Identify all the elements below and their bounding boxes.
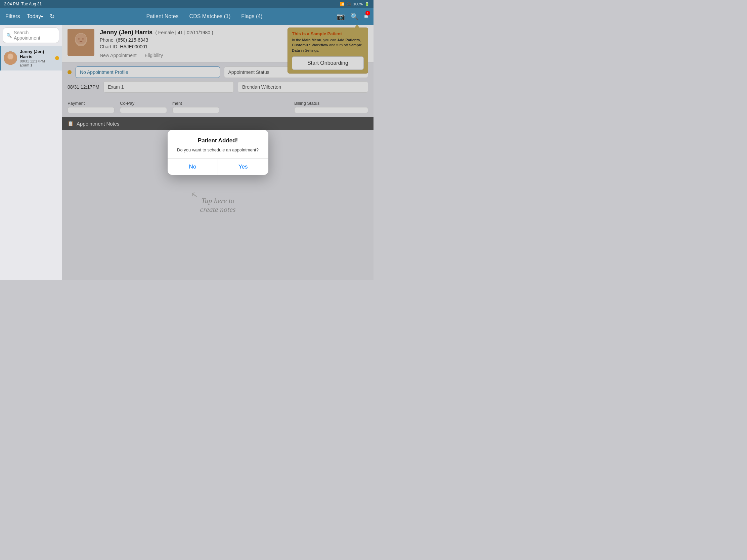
nav-right: 📷 🔍 ≡ !	[341, 12, 368, 21]
modal-body: Patient Added! Do you want to schedule a…	[168, 130, 268, 159]
status-dot	[55, 56, 59, 60]
main-layout: 🔍 Search Appointment Jenny (Jen) Harris	[0, 25, 374, 280]
search-container: 🔍 Search Appointment	[0, 25, 62, 46]
modal-overlay: Patient Added! Do you want to schedule a…	[62, 25, 374, 280]
headphone-icon: 🎧	[346, 2, 351, 6]
battery-icon: 🔋	[365, 2, 369, 6]
search-box[interactable]: 🔍 Search Appointment	[3, 28, 59, 43]
search-icon[interactable]: 🔍	[350, 12, 359, 21]
content-area: Jenny (Jen) Harris ( Female | 41 | 02/11…	[62, 25, 374, 280]
patient-name: Jenny (Jen) Harris	[20, 49, 52, 59]
search-icon: 🔍	[6, 33, 12, 38]
nav-bar: Filters Today▾ ↻ Patient Notes CDS Match…	[0, 8, 374, 25]
modal-actions: No Yes	[168, 158, 268, 175]
svg-point-3	[8, 54, 13, 59]
status-time: 2:04 PM Tue Aug 31	[4, 2, 42, 6]
menu-icon[interactable]: ≡ !	[364, 13, 368, 21]
wifi-icon: 📶	[340, 2, 344, 6]
status-bar-right: 📶 🎧 100% 🔋	[340, 2, 369, 6]
modal-title: Patient Added!	[174, 137, 262, 144]
patient-list-item[interactable]: Jenny (Jen) Harris 08/31 12:17PM Exam 1	[0, 46, 62, 71]
avatar	[4, 51, 17, 65]
battery-percentage: 100%	[353, 2, 363, 6]
nav-tabs: Patient Notes CDS Matches (1) Flags (4)	[68, 14, 341, 20]
tab-flags[interactable]: Flags (4)	[241, 14, 262, 20]
refresh-button[interactable]: ↻	[50, 13, 55, 20]
nav-left: Filters Today▾ ↻	[5, 13, 68, 20]
camera-icon[interactable]: 📷	[337, 12, 345, 21]
status-bar: 2:04 PM Tue Aug 31 📶 🎧 100% 🔋	[0, 0, 374, 8]
filters-button[interactable]: Filters	[5, 14, 20, 20]
tab-patient-notes[interactable]: Patient Notes	[147, 14, 179, 20]
modal-no-button[interactable]: No	[168, 159, 218, 175]
tab-cds-matches[interactable]: CDS Matches (1)	[189, 14, 231, 20]
search-appointment-input[interactable]: Search Appointment	[14, 30, 55, 41]
today-button[interactable]: Today▾	[27, 14, 43, 20]
modal-dialog: Patient Added! Do you want to schedule a…	[168, 130, 268, 175]
patient-info: Jenny (Jen) Harris 08/31 12:17PM Exam 1	[20, 49, 52, 67]
patient-exam: Exam 1	[20, 63, 52, 67]
patient-date: 08/31 12:17PM	[20, 59, 52, 63]
modal-yes-button[interactable]: Yes	[218, 159, 268, 175]
avatar-image	[4, 51, 17, 65]
modal-message: Do you want to schedule an appointment?	[174, 147, 262, 154]
sidebar: 🔍 Search Appointment Jenny (Jen) Harris	[0, 25, 62, 280]
notification-badge: !	[365, 11, 370, 16]
